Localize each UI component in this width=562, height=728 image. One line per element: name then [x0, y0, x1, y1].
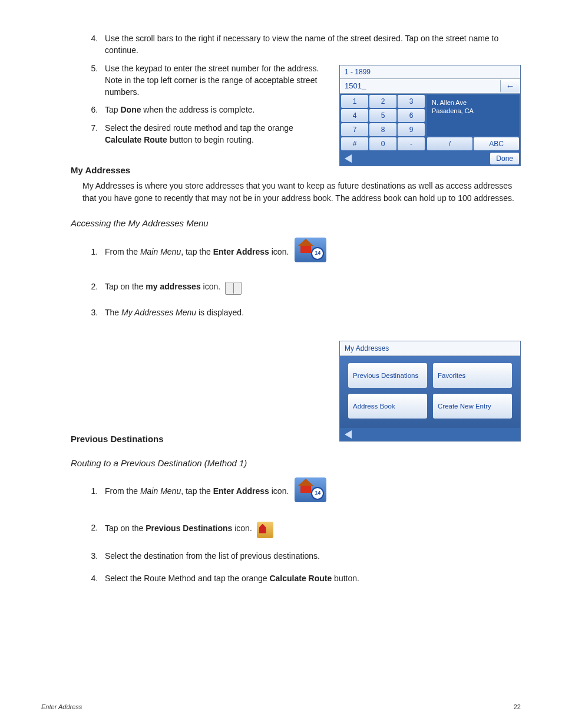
keypad-right: N. Allen Ave Pasadena, CA / ABC	[427, 95, 519, 150]
key-4[interactable]: 4	[341, 109, 368, 122]
prev-step-1: From the Main Menu, tap the Enter Addres…	[100, 476, 521, 507]
page-footer: Enter Address 22	[41, 703, 521, 710]
subheading-routing: Routing to a Previous Destination (Metho…	[71, 458, 521, 468]
ma-b2: Address Book	[353, 402, 395, 411]
enter-address-badge: 14	[311, 487, 324, 500]
keypad-suggestion[interactable]: N. Allen Ave Pasadena, CA	[427, 95, 519, 136]
step-4-text: Use the scroll bars to the right if nece…	[105, 34, 498, 55]
p4-post: button.	[332, 574, 359, 583]
my-addresses-screenshot: My Addresses Previous Destinations Favor…	[339, 341, 521, 442]
steps-accessing: From the Main Menu, tap the Enter Addres…	[100, 236, 521, 322]
my-addresses-para: My Addresses is where you store addresse…	[82, 180, 521, 204]
step-7: Select the desired route method and tap …	[100, 119, 323, 149]
key-5[interactable]: 5	[369, 109, 396, 122]
p1-bold: Enter Address	[213, 486, 269, 496]
enter-address-badge: 14	[311, 247, 324, 260]
key-abc[interactable]: ABC	[474, 137, 519, 150]
step-7-bold: Calculate Route	[105, 135, 167, 144]
step-4: Use the scroll bars to the right if nece…	[100, 29, 521, 60]
step-5-text: Use the keypad to enter the street numbe…	[105, 64, 319, 97]
a1-it: Main Menu	[140, 247, 181, 256]
prev-step-2: Tap on the Previous Destinations icon.	[100, 518, 521, 540]
keypad-footer: Done	[340, 151, 520, 166]
backspace-icon[interactable]: ←	[500, 80, 520, 93]
keypad-grid: 1 2 3 4 5 6 7 8 9 # 0 -	[341, 95, 425, 150]
page: Use the scroll bars to the right if nece…	[0, 0, 562, 728]
key-dash[interactable]: -	[398, 137, 425, 150]
page-number: 22	[514, 703, 521, 710]
a1-pre: From the	[105, 247, 140, 256]
keypad-range: 1 - 1899	[340, 65, 520, 79]
step-5: Use the keypad to enter the street numbe…	[100, 60, 323, 101]
a3-it: My Addresses Menu	[121, 308, 196, 317]
back-arrow-icon[interactable]	[345, 154, 352, 163]
ma-b0: Previous Destinations	[353, 371, 418, 380]
footer-left: Enter Address	[41, 703, 82, 710]
key-0[interactable]: 0	[369, 137, 396, 150]
enter-address-icon: 14	[295, 238, 326, 262]
step-7-post: button to begin routing.	[167, 135, 254, 144]
ma-body: Previous Destinations Favorites Address …	[340, 356, 520, 428]
favorites-button[interactable]: Favorites	[433, 363, 512, 388]
key-1[interactable]: 1	[341, 95, 368, 108]
previous-destinations-button[interactable]: Previous Destinations	[348, 363, 427, 388]
keypad-input-row: 1501_ ←	[340, 79, 520, 94]
keypad-input[interactable]: 1501_	[340, 79, 500, 93]
prev-step-3: Select the destination from the list of …	[100, 547, 521, 565]
step-6-pre: Tap	[105, 105, 120, 114]
access-step-1: From the Main Menu, tap the Enter Addres…	[100, 236, 521, 267]
key-2[interactable]: 2	[369, 95, 396, 108]
step-6-post: when the address is complete.	[141, 105, 254, 114]
p1-post: icon.	[269, 486, 289, 496]
p4-pre: Select the Route Method and tap the oran…	[105, 574, 269, 583]
a2-post: icon.	[201, 282, 220, 291]
a3-post: is displayed.	[196, 308, 244, 317]
prev-step-4: Select the Route Method and tap the oran…	[100, 569, 521, 587]
a2-bold: my addresses	[146, 282, 200, 291]
step-6-bold: Done	[120, 105, 141, 114]
key-6[interactable]: 6	[398, 109, 425, 122]
ma-footer	[340, 428, 520, 441]
a1-post: icon.	[269, 247, 289, 256]
keypad-screenshot: 1 - 1899 1501_ ← 1 2 3 4 5 6 7 8 9 # 0	[339, 65, 521, 166]
key-hash[interactable]: #	[341, 137, 368, 150]
p2-pre: Tap on the	[105, 523, 146, 532]
ma-b1: Favorites	[438, 371, 465, 380]
done-button[interactable]: Done	[490, 153, 519, 164]
subheading-accessing: Accessing the My Addresses Menu	[71, 218, 521, 228]
suggest-line1: N. Allen Ave	[432, 99, 467, 106]
access-step-2: Tap on the my addresses icon.	[100, 278, 521, 297]
step-6: Tap Done when the address is complete.	[100, 101, 323, 118]
suggest-line2: Pasadena, CA	[432, 107, 474, 114]
key-slash[interactable]: /	[427, 137, 472, 150]
key-9[interactable]: 9	[398, 123, 425, 136]
address-book-button[interactable]: Address Book	[348, 394, 427, 419]
a3-pre: The	[105, 308, 121, 317]
steps-prev: From the Main Menu, tap the Enter Addres…	[100, 476, 521, 588]
key-7[interactable]: 7	[341, 123, 368, 136]
address-book-icon	[225, 282, 242, 295]
p4-bold: Calculate Route	[269, 574, 332, 583]
p2-bold: Previous Destinations	[146, 523, 232, 532]
key-3[interactable]: 3	[398, 95, 425, 108]
p2-post: icon.	[232, 523, 252, 532]
ma-b3: Create New Entry	[438, 402, 491, 411]
p1-mid: , tap the	[181, 486, 213, 496]
a1-bold: Enter Address	[213, 247, 269, 256]
back-arrow-icon[interactable]	[345, 430, 352, 439]
p1-it: Main Menu	[140, 486, 181, 496]
key-8[interactable]: 8	[369, 123, 396, 136]
previous-destinations-icon	[257, 522, 273, 538]
create-new-entry-button[interactable]: Create New Entry	[433, 394, 512, 419]
keypad-body: 1 2 3 4 5 6 7 8 9 # 0 - N. Allen Ave P	[340, 94, 520, 151]
enter-address-icon: 14	[295, 477, 326, 502]
p1-pre: From the	[105, 486, 140, 496]
p3: Select the destination from the list of …	[105, 551, 320, 561]
step-7-pre: Select the desired route method and tap …	[105, 123, 293, 133]
a1-mid: , tap the	[181, 247, 213, 256]
ma-title: My Addresses	[340, 341, 520, 356]
access-step-3: The My Addresses Menu is displayed.	[100, 304, 521, 321]
heading-my-addresses: My Addresses	[71, 165, 521, 175]
a2-pre: Tap on the	[105, 282, 146, 291]
